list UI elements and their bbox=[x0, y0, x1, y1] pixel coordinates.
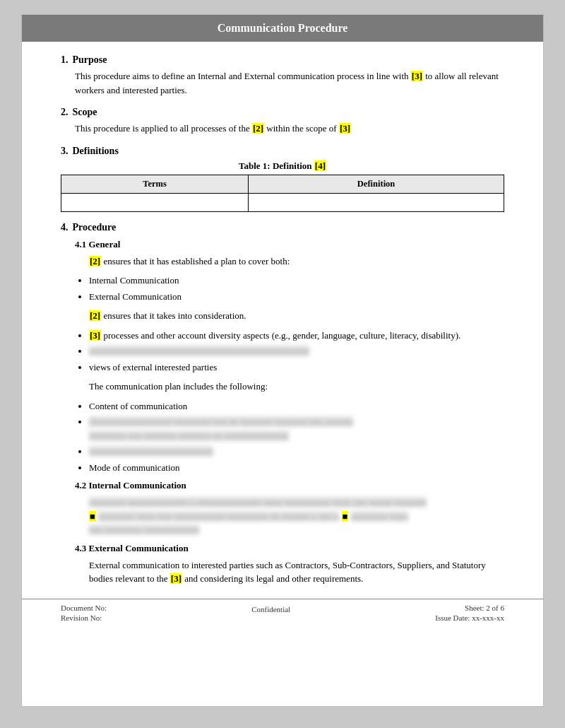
ref-3-highlight-4: [3] bbox=[170, 573, 182, 584]
sub-section-42-header: 4.2 Internal Communication bbox=[75, 480, 504, 491]
doc-no-label: Document No: bbox=[61, 604, 107, 612]
list-item-blurred-1: xxxxxxxxxxxxxxxxxx xxxxxxxx xxx xx xxxxx… bbox=[89, 415, 504, 442]
sub41-bullets2: [3] processes and other account diversit… bbox=[89, 329, 504, 375]
ref-highlight-42b: ■ bbox=[342, 511, 349, 522]
col-definition: Definition bbox=[249, 175, 504, 193]
footer-right: Sheet: 2 of 6 Issue Date: xx-xxx-xx bbox=[435, 604, 504, 622]
list-item: Mode of communication bbox=[89, 461, 504, 475]
page-title: Communication Procedure bbox=[218, 22, 348, 34]
section-procedure-number: 4. bbox=[61, 222, 69, 233]
ref-4-highlight: [4] bbox=[314, 160, 326, 171]
blurred-bullet-item: xxxxxxxxxxxxxxxxxxxxxxxxxxxxxxxxxxxxxxxx… bbox=[89, 346, 309, 356]
page-header-banner: Communication Procedure bbox=[22, 15, 543, 42]
section-scope: 2. Scope This procedure is applied to al… bbox=[61, 107, 504, 136]
table-caption: Table 1: Definition [4] bbox=[61, 160, 504, 172]
section-procedure: 4. Procedure 4.1 General [2] ensures tha… bbox=[61, 222, 504, 586]
sub41-para2: [2] ensures that it takes into considera… bbox=[89, 309, 504, 323]
page-content: 1. Purpose This procedure aims to define… bbox=[22, 54, 543, 586]
list-item: [3] processes and other account diversit… bbox=[89, 329, 504, 343]
table-header-row: Terms Definition bbox=[61, 175, 504, 193]
sub41-para1: [2] ensures that it has established a pl… bbox=[89, 254, 504, 269]
list-item: External Communication bbox=[89, 290, 504, 304]
sub-section-43: 4.3 External Communication External comm… bbox=[75, 543, 504, 586]
section-scope-paragraph: This procedure is applied to all process… bbox=[75, 122, 504, 136]
section-definitions-header: 3. Definitions bbox=[61, 146, 504, 157]
section-scope-header: 2. Scope bbox=[61, 107, 504, 118]
blurred-content-2: xxxxxxxx xxx xxxxxxx xxxxxxx xx xxxxxxxx… bbox=[89, 430, 289, 441]
section-definitions-label: Definitions bbox=[73, 146, 119, 157]
blurred-42-text-4: xxx xxxxxxxx xxxxxxxxxxxx bbox=[89, 524, 199, 535]
section-purpose-number: 1. bbox=[61, 54, 69, 66]
sub43-paragraph: External communication to interested par… bbox=[89, 558, 504, 586]
definition-table: Terms Definition bbox=[61, 175, 504, 212]
page-footer: Document No: Revision No: Confidential S… bbox=[22, 599, 543, 628]
page: Communication Procedure 1. Purpose This … bbox=[21, 14, 544, 707]
blurred-42-text-2: xxxxxxxx xxxx xxx xxxxxxxxxxx xxxxxxxxx … bbox=[98, 511, 339, 522]
section-procedure-header: 4. Procedure bbox=[61, 222, 504, 233]
section-definitions: 3. Definitions Table 1: Definition [4] T… bbox=[61, 146, 504, 212]
confidential-label: Confidential bbox=[251, 605, 290, 613]
section-purpose-paragraph: This procedure aims to define an Interna… bbox=[75, 69, 504, 97]
blurred-42-text: xxxxxxxx xxxxxxxxxxxxx x xxxxxxxxxxxxxx … bbox=[89, 497, 427, 507]
rev-no-label: Revision No: bbox=[61, 613, 107, 622]
section-scope-number: 2. bbox=[61, 107, 69, 118]
blurred-content-3: xxxxxxxxxxxxxxxxxxxxxxxxxxx bbox=[89, 446, 213, 457]
section-purpose-header: 1. Purpose bbox=[61, 54, 504, 66]
sub-section-41: 4.1 General [2] ensures that it has esta… bbox=[75, 239, 504, 475]
list-item-blurred-2: xxxxxxxxxxxxxxxxxxxxxxxxxxx bbox=[89, 445, 504, 459]
section-scope-label: Scope bbox=[73, 107, 97, 118]
col-terms: Terms bbox=[61, 175, 249, 193]
ref-2-highlight-3: [2] bbox=[89, 310, 101, 321]
footer-center: Confidential bbox=[251, 604, 290, 622]
table-cell-term bbox=[61, 193, 249, 211]
sub-section-42: 4.2 Internal Communication xxxxxxxx xxxx… bbox=[75, 480, 504, 537]
table-row bbox=[61, 193, 504, 211]
table-cell-definition bbox=[249, 193, 504, 211]
ref-2-highlight-1: [2] bbox=[252, 123, 264, 134]
ref-3-highlight-1: [3] bbox=[411, 71, 423, 81]
section-procedure-label: Procedure bbox=[73, 222, 117, 233]
sheet-label: Sheet: 2 of 6 bbox=[465, 604, 504, 612]
footer-left: Document No: Revision No: bbox=[61, 604, 107, 622]
ref-2-highlight-2: [2] bbox=[89, 256, 101, 266]
sub41-bullets1: Internal Communication External Communic… bbox=[89, 274, 504, 303]
section-purpose-label: Purpose bbox=[73, 54, 107, 66]
ref-3-highlight-2: [3] bbox=[339, 123, 351, 134]
sub41-para3: The communication plan includes the foll… bbox=[89, 380, 504, 394]
sub-section-41-header: 4.1 General bbox=[75, 239, 504, 250]
list-item: Content of communication bbox=[89, 399, 504, 413]
section-definitions-number: 3. bbox=[61, 146, 69, 157]
issue-date-label: Issue Date: xx-xxx-xx bbox=[435, 613, 504, 622]
list-item: views of external interested parties bbox=[89, 360, 504, 375]
list-item: xxxxxxxxxxxxxxxxxxxxxxxxxxxxxxxxxxxxxxxx… bbox=[89, 344, 504, 358]
blurred-42-text-3: xxxxxxxx xxxx bbox=[351, 511, 408, 522]
section-purpose: 1. Purpose This procedure aims to define… bbox=[61, 54, 504, 97]
sub41-bullets3: Content of communication xxxxxxxxxxxxxxx… bbox=[89, 399, 504, 475]
sub42-blurred-paragraph: xxxxxxxx xxxxxxxxxxxxx x xxxxxxxxxxxxxx … bbox=[89, 495, 504, 537]
blurred-content-1: xxxxxxxxxxxxxxxxxx xxxxxxxx xxx xx xxxxx… bbox=[89, 416, 353, 427]
list-item: Internal Communication bbox=[89, 274, 504, 288]
ref-highlight-42a: ■ bbox=[89, 511, 96, 522]
sub-section-43-header: 4.3 External Communication bbox=[75, 543, 504, 554]
ref-3-highlight-3: [3] bbox=[89, 330, 101, 341]
